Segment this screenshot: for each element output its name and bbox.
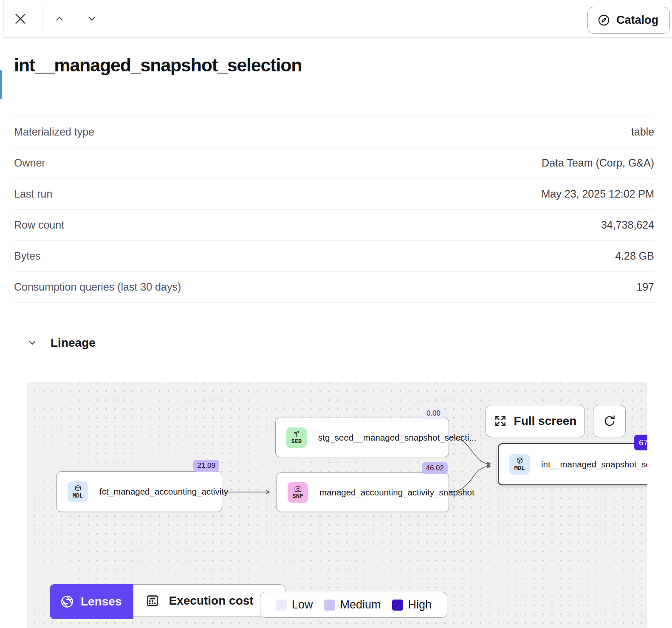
detail-label: Consumption queries (last 30 days)	[14, 281, 181, 293]
close-button[interactable]	[11, 9, 30, 28]
lineage-section-title: Lineage	[51, 336, 96, 350]
model-type-label: MDL	[514, 465, 525, 472]
background-page-sliver	[0, 0, 3, 628]
cost-badge: 21.09	[193, 460, 219, 472]
cube-icon	[74, 484, 82, 492]
detail-value: 197	[636, 281, 654, 293]
next-item-button[interactable]	[85, 12, 99, 25]
lineage-collapse-button[interactable]	[27, 337, 38, 348]
detail-label: Last run	[14, 188, 52, 200]
camera-icon	[294, 485, 302, 493]
catalog-button-label: Catalog	[616, 14, 658, 27]
aperture-icon	[60, 594, 74, 609]
detail-row: Owner Data Team (Corp, G&A)	[14, 147, 654, 178]
node-name: fct_managed_accounting_activity	[99, 487, 228, 497]
refresh-button[interactable]	[593, 405, 626, 437]
fullscreen-button[interactable]: Full screen	[486, 405, 585, 437]
legend-label: Low	[292, 598, 313, 611]
detail-row: Consumption queries (last 30 days) 197	[14, 271, 654, 302]
detail-label: Owner	[14, 157, 45, 169]
node-name: int__managed_snapshot_selection	[541, 459, 647, 470]
cost-badge: 0.00	[423, 407, 444, 419]
compass-icon	[597, 14, 610, 27]
detail-row: Row count 34,738,624	[14, 209, 654, 240]
background-selection-indicator	[0, 70, 2, 99]
previous-item-button[interactable]	[53, 12, 66, 25]
detail-label: Row count	[14, 219, 64, 231]
page-title: int__managed_snapshot_selection	[14, 55, 302, 76]
snapshot-type-label: SNP	[293, 493, 303, 500]
lineage-section-header: Lineage	[27, 336, 96, 350]
legend-item: High	[392, 598, 432, 611]
legend-label: High	[408, 598, 432, 611]
lineage-node[interactable]: 21.09 MDL fct_managed_accounting_activit…	[56, 471, 222, 512]
legend-swatch-high	[392, 600, 403, 611]
snapshot-type-chip: SNP	[288, 482, 308, 503]
fullscreen-button-label: Full screen	[514, 414, 577, 428]
node-name: managed_accounting_activity_snapshot	[319, 487, 474, 498]
catalog-detail-panel: Catalog int__managed_snapshot_selection …	[0, 0, 672, 628]
lenses-control: Lenses Execution cost	[50, 584, 285, 619]
lineage-canvas[interactable]: 21.09 MDL fct_managed_accounting_activit…	[27, 382, 647, 628]
cost-badge: 46.02	[422, 462, 448, 474]
model-type-label: MDL	[73, 492, 83, 499]
detail-value: table	[631, 126, 654, 138]
chevron-up-icon	[54, 13, 65, 24]
node-name: stg_seed__managed_snapshot_selecti...	[318, 433, 477, 443]
details-table: Materialized type table Owner Data Team …	[14, 116, 654, 324]
detail-row: Materialized type table	[14, 116, 654, 147]
lineage-node-selected[interactable]: 67 MDL int__managed_snapshot_selection	[498, 443, 647, 485]
chevron-down-icon	[27, 338, 37, 348]
lenses-button-label: Lenses	[81, 595, 122, 608]
seed-type-label: SED	[291, 438, 302, 445]
detail-value: May 23, 2025 12:02 PM	[542, 188, 654, 200]
cost-legend: Low Medium High	[260, 592, 447, 618]
close-icon	[13, 11, 28, 26]
detail-label: Materialized type	[14, 126, 94, 138]
chevron-down-icon	[86, 13, 97, 24]
detail-value: 34,738,624	[601, 219, 654, 231]
lens-selected-value: Execution cost	[169, 594, 254, 608]
cube-icon	[516, 457, 524, 465]
model-type-chip: MDL	[509, 454, 530, 475]
legend-item: Low	[276, 598, 313, 611]
calculator-icon	[145, 594, 160, 608]
expand-icon	[494, 415, 507, 427]
legend-label: Medium	[340, 598, 381, 611]
legend-swatch-low	[276, 600, 287, 611]
seed-type-chip: SED	[286, 427, 307, 448]
refresh-icon	[603, 414, 616, 428]
model-type-chip: MDL	[68, 481, 88, 502]
toolbar-divider	[42, 6, 42, 31]
detail-label: Bytes	[14, 250, 41, 262]
detail-value: 4.28 GB	[615, 250, 654, 262]
lineage-node[interactable]: 0.00 SED stg_seed__managed_snapshot_sele…	[275, 418, 449, 457]
catalog-button[interactable]: Catalog	[587, 7, 670, 34]
detail-row-spacer	[14, 302, 654, 324]
detail-value: Data Team (Corp, G&A)	[542, 157, 654, 169]
detail-row: Last run May 23, 2025 12:02 PM	[14, 178, 654, 209]
lenses-button[interactable]: Lenses	[50, 584, 133, 619]
panel-toolbar: Catalog	[3, 0, 672, 38]
legend-swatch-medium	[324, 600, 335, 611]
sprout-icon	[293, 430, 301, 438]
lineage-node[interactable]: 46.02 SNP managed_accounting_activity_sn…	[277, 472, 449, 512]
legend-item: Medium	[324, 598, 381, 611]
cost-badge: 67	[634, 435, 647, 450]
detail-row: Bytes 4.28 GB	[14, 240, 654, 271]
